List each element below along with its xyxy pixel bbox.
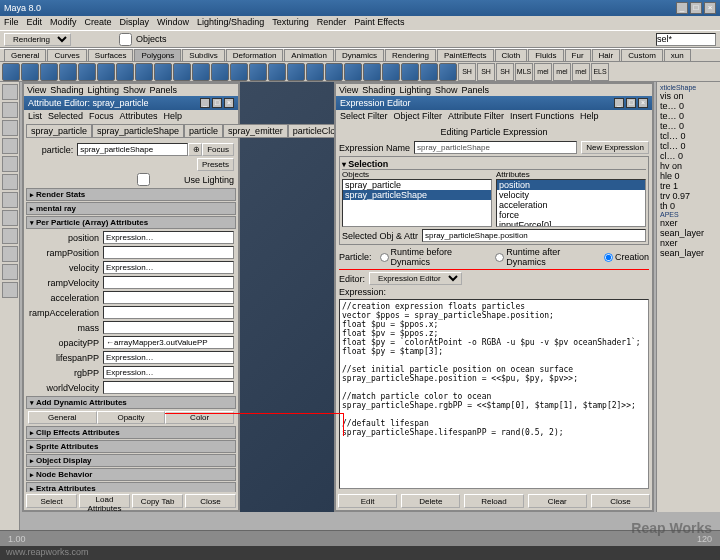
ee-edit-button[interactable]: Edit (338, 494, 397, 508)
ee-min-icon[interactable]: _ (614, 98, 624, 108)
cb-layer[interactable]: nxer (659, 238, 718, 248)
shelf-icon[interactable] (325, 63, 343, 81)
pp-input-lifespanPP[interactable] (103, 351, 234, 364)
vp-menu-panels[interactable]: Panels (461, 85, 489, 95)
cb-attr[interactable]: hv on (659, 161, 718, 171)
ee-radio-rbd[interactable]: Runtime before Dynamics (380, 247, 488, 267)
shelf-mel[interactable]: mel (534, 63, 552, 81)
ee-menu-item[interactable]: Attribute Filter (448, 111, 504, 121)
shelf-tab[interactable]: Surfaces (88, 49, 134, 62)
dyn-opacity-button[interactable]: Opacity (97, 411, 166, 424)
shelf-tab[interactable]: Fur (565, 49, 591, 62)
cb-layer[interactable]: nxer (659, 218, 718, 228)
menu-lighting[interactable]: Lighting/Shading (197, 17, 264, 29)
ae-section[interactable]: Sprite Attributes (26, 440, 236, 453)
tool-icon[interactable] (2, 192, 18, 208)
ee-newexpr-button[interactable]: New Expression (581, 141, 649, 154)
shelf-tab[interactable]: xun (664, 49, 691, 62)
ae-section[interactable]: Object Display (26, 454, 236, 467)
time-start[interactable]: 1.00 (0, 534, 34, 544)
ee-radio-rad[interactable]: Runtime after Dynamics (495, 247, 596, 267)
vp-menu-show[interactable]: Show (123, 85, 146, 95)
shelf-icon[interactable] (420, 63, 438, 81)
list-item[interactable]: force (497, 210, 645, 220)
cb-attr[interactable]: cl… 0 (659, 151, 718, 161)
shelf-icon[interactable] (268, 63, 286, 81)
list-item[interactable]: position (497, 180, 645, 190)
ee-menu-item[interactable]: Help (580, 111, 599, 121)
vp-menu-lighting[interactable]: Lighting (87, 85, 119, 95)
shelf-icon[interactable] (287, 63, 305, 81)
menu-render[interactable]: Render (317, 17, 347, 29)
cb-attr[interactable]: te… 0 (659, 111, 718, 121)
shelf-icon[interactable] (40, 63, 58, 81)
ae-menu-focus[interactable]: Focus (89, 111, 114, 121)
ae-max-icon[interactable]: □ (212, 98, 222, 108)
shelf-icon[interactable] (439, 63, 457, 81)
shelf-icon[interactable] (249, 63, 267, 81)
ae-section[interactable]: Clip Effects Attributes (26, 426, 236, 439)
shelf-tab[interactable]: Curves (47, 49, 86, 62)
vp-menu-show[interactable]: Show (435, 85, 458, 95)
shelf-icon[interactable] (154, 63, 172, 81)
vp-menu-shading[interactable]: Shading (50, 85, 83, 95)
menu-window[interactable]: Window (157, 17, 189, 29)
shelf-icon[interactable] (192, 63, 210, 81)
cb-attr[interactable]: tcl… 0 (659, 131, 718, 141)
nav-button[interactable]: ⊕ (188, 143, 202, 156)
vp-menu-shading[interactable]: Shading (362, 85, 395, 95)
shelf-mel[interactable]: MLS (515, 63, 533, 81)
pp-input-rampPosition[interactable] (103, 246, 234, 259)
ae-copytab-button[interactable]: Copy Tab (132, 494, 183, 508)
tool-icon[interactable] (2, 210, 18, 226)
ee-selection-head[interactable]: ▾ Selection (342, 159, 646, 170)
list-item[interactable]: inputForce[0] (497, 220, 645, 227)
ee-menu-item[interactable]: Select Filter (340, 111, 388, 121)
scale-tool-icon[interactable] (2, 156, 18, 172)
shelf-icon[interactable] (173, 63, 191, 81)
tool-icon[interactable] (2, 246, 18, 262)
rotate-tool-icon[interactable] (2, 138, 18, 154)
pp-input-position[interactable] (103, 231, 234, 244)
vp-menu-lighting[interactable]: Lighting (399, 85, 431, 95)
shelf-mel[interactable]: SH (477, 63, 495, 81)
ae-tab[interactable]: particle (184, 124, 223, 138)
pp-input-rgbPP[interactable] (103, 366, 234, 379)
list-item[interactable]: spray_particleShape (343, 190, 491, 200)
particle-name-input[interactable] (77, 143, 188, 156)
ee-close-button[interactable]: Close (591, 494, 650, 508)
ae-section[interactable]: Node Behavior (26, 468, 236, 481)
cb-attr[interactable]: vis on (659, 91, 718, 101)
close-button[interactable]: × (704, 2, 716, 14)
shelf-icon[interactable] (97, 63, 115, 81)
pp-input-rampVelocity[interactable] (103, 276, 234, 289)
ae-close-icon[interactable]: × (224, 98, 234, 108)
list-item[interactable]: acceleration (497, 200, 645, 210)
shelf-mel[interactable]: ELS (591, 63, 609, 81)
shelf-icon[interactable] (2, 63, 20, 81)
cb-node-name[interactable]: xticleShape (659, 84, 718, 91)
time-slider[interactable]: 1.00 120 (0, 530, 720, 546)
ae-min-icon[interactable]: _ (200, 98, 210, 108)
ae-menu-selected[interactable]: Selected (48, 111, 83, 121)
ee-editor-select[interactable]: Expression Editor (369, 272, 462, 285)
shelf-tab[interactable]: Cloth (495, 49, 528, 62)
shelf-mel[interactable]: mel (553, 63, 571, 81)
vp-menu-view[interactable]: View (339, 85, 358, 95)
objects-check[interactable] (119, 33, 132, 46)
cb-attr[interactable]: tcl… 0 (659, 141, 718, 151)
pp-input-acceleration[interactable] (103, 291, 234, 304)
cb-attr[interactable]: trv 0.97 (659, 191, 718, 201)
menu-edit[interactable]: Edit (27, 17, 43, 29)
select-tool-icon[interactable] (2, 84, 18, 100)
shelf-icon[interactable] (382, 63, 400, 81)
minimize-button[interactable]: _ (676, 2, 688, 14)
cb-attr[interactable]: te… 0 (659, 121, 718, 131)
shelf-tab[interactable]: Deformation (226, 49, 284, 62)
list-item[interactable]: velocity (497, 190, 645, 200)
pp-input-rampAcceleration[interactable] (103, 306, 234, 319)
ee-selobj-input[interactable] (422, 229, 646, 242)
maximize-button[interactable]: □ (690, 2, 702, 14)
shelf-tab[interactable]: Fluids (528, 49, 563, 62)
shelf-mel[interactable]: SH (496, 63, 514, 81)
